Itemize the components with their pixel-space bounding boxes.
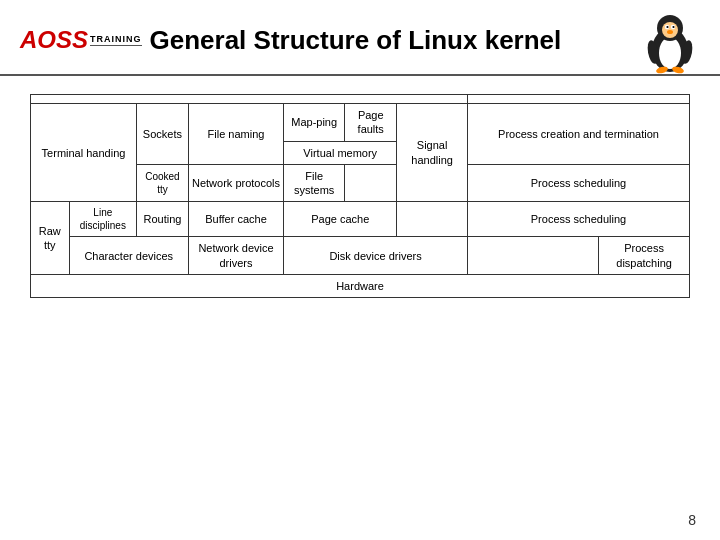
terminal-handing-cell: Terminal handing (31, 104, 137, 202)
interrupts-cell (467, 95, 689, 104)
aoss-logo: AOSS (20, 26, 88, 54)
signal-placeholder (397, 202, 468, 237)
raw-tty-cell: Raw tty (31, 202, 70, 275)
character-devices-cell: Character devices (69, 237, 188, 275)
table-row: Raw tty Line disciplines Routing Buffer … (31, 202, 690, 237)
process-creation-cell: Process creation and termination (467, 104, 689, 165)
buffer-cache-cell: Buffer cache (188, 202, 283, 237)
page-title: General Structure of Linux kernel (150, 25, 562, 56)
network-protocols-cell: Network protocols (188, 164, 283, 202)
svg-point-8 (667, 30, 673, 34)
table-row: Terminal handing Sockets File naming Map… (31, 104, 690, 142)
page-cache-cell: Page cache (284, 202, 397, 237)
table-row (31, 95, 690, 104)
routing-cell: Routing (137, 202, 189, 237)
process-scheduling-2-cell: Process scheduling (467, 202, 689, 237)
process-dispatching-cell: Process dispatching (599, 237, 690, 275)
svg-point-6 (666, 26, 668, 28)
table-row: Hardware (31, 275, 690, 298)
svg-point-7 (672, 26, 674, 28)
svg-point-1 (659, 37, 681, 69)
network-device-drivers-cell: Network device drivers (188, 237, 283, 275)
file-naming-cell: File naming (188, 104, 283, 165)
page-number: 8 (688, 512, 696, 528)
table-row: Character devices Network device drivers… (31, 237, 690, 275)
file-systems-cell: File systems (284, 164, 345, 202)
page-header: AOSS TRAINING General Structure of Linux… (0, 0, 720, 76)
page-faults-cell: Page faults (345, 104, 397, 142)
virtual-memory-cell: Virtual memory (284, 141, 397, 164)
tux-penguin-icon (640, 10, 700, 70)
system-calls-cell (31, 95, 468, 104)
training-label: TRAINING (90, 34, 142, 46)
process-scheduling-cell: Process scheduling (467, 164, 689, 202)
kernel-structure-diagram: Terminal handing Sockets File naming Map… (30, 94, 690, 298)
main-content: Terminal handing Sockets File naming Map… (0, 76, 720, 308)
virtual-memory-placeholder (345, 164, 468, 202)
disk-device-drivers-cell: Disk device drivers (284, 237, 468, 275)
sockets-cell: Sockets (137, 104, 189, 165)
hardware-cell: Hardware (31, 275, 690, 298)
line-disciplines-cell: Line disciplines (69, 202, 136, 237)
mapping-cell: Map-ping (284, 104, 345, 142)
dispatch-placeholder (467, 237, 598, 275)
cooked-tty-cell: Cooked tty (137, 164, 189, 202)
